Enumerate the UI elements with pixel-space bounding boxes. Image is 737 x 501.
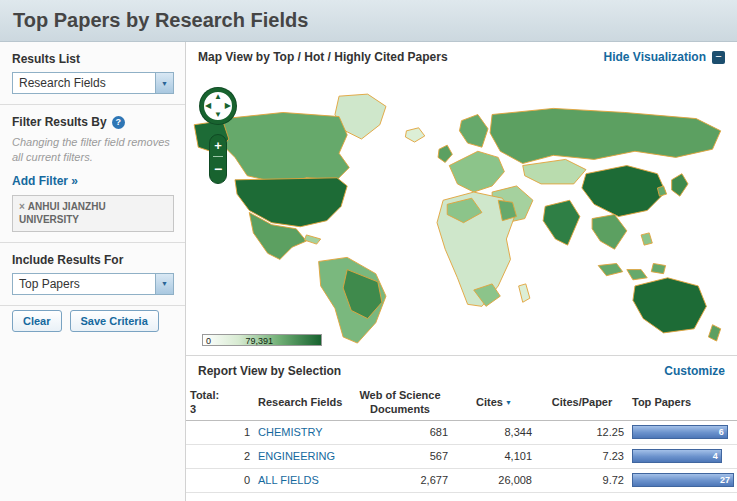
- row-cites-per-paper: 7.23: [536, 444, 628, 468]
- country-region: [304, 235, 320, 244]
- field-link[interactable]: ENGINEERING: [258, 450, 335, 462]
- country-region: [582, 166, 666, 217]
- results-list-label: Results List: [12, 52, 173, 66]
- country-region: [657, 186, 666, 196]
- remove-filter-icon[interactable]: ×: [19, 201, 25, 212]
- row-docs: 681: [348, 420, 452, 444]
- column-header-cites-per-paper[interactable]: Cites/Paper: [536, 386, 628, 420]
- filter-note: Changing the filter field removes all cu…: [12, 135, 173, 165]
- main-panel: Map View by Top / Hot / Highly Cited Pap…: [186, 42, 737, 501]
- help-icon[interactable]: ?: [112, 116, 125, 129]
- column-header-wos-documents[interactable]: Web of Science Documents: [348, 386, 452, 420]
- total-header: Total: 3: [186, 386, 254, 420]
- chevron-down-icon: ▼: [155, 274, 173, 294]
- customize-link[interactable]: Customize: [664, 364, 725, 378]
- include-results-select[interactable]: Top Papers ▼: [12, 273, 174, 295]
- country-region: [641, 233, 652, 245]
- table-row: 2 ENGINEERING 567 4,101 7.23 4: [186, 444, 737, 468]
- include-results-section: Include Results For Top Papers ▼: [0, 243, 185, 306]
- scale-min-label: 0: [206, 335, 211, 347]
- collapse-minus-icon[interactable]: −: [712, 51, 725, 64]
- world-map[interactable]: ▲ ▼ ◀ ▶ + − 0 79,391: [186, 72, 737, 356]
- add-filter-link[interactable]: Add Filter »: [12, 174, 78, 188]
- filter-chip-label: ANHUI JIANZHU UNIVERSITY: [19, 201, 106, 226]
- country-region: [490, 108, 721, 163]
- pan-right-icon[interactable]: ▶: [225, 102, 231, 110]
- content: Results List Research Fields ▼ Filter Re…: [0, 42, 737, 501]
- field-link[interactable]: CHEMISTRY: [258, 426, 323, 438]
- row-field: CHEMISTRY: [254, 420, 348, 444]
- row-field: ENGINEERING: [254, 444, 348, 468]
- chevron-down-icon: ▼: [155, 73, 173, 93]
- include-results-label: Include Results For: [12, 253, 173, 267]
- pan-left-icon[interactable]: ◀: [205, 102, 211, 110]
- report-panel-header: Report View by Selection Customize: [186, 356, 737, 386]
- row-rank: 0: [186, 468, 254, 492]
- country-region: [627, 270, 647, 280]
- world-map-svg: [186, 72, 737, 355]
- page: Top Papers by Research Fields Results Li…: [0, 0, 737, 501]
- page-title: Top Papers by Research Fields: [13, 9, 308, 32]
- country-region: [405, 128, 424, 142]
- country-region: [592, 215, 627, 250]
- table-header-row: Total: 3 Research Fields Web of Science …: [186, 386, 737, 420]
- map-countries: [194, 94, 721, 343]
- table-row: 1 CHEMISTRY 681 8,344 12.25 6: [186, 420, 737, 444]
- map-title: Map View by Top / Hot / Highly Cited Pap…: [198, 50, 448, 64]
- country-region: [651, 263, 665, 273]
- country-region: [519, 284, 530, 302]
- top-papers-bar: 6: [632, 425, 728, 439]
- country-region: [708, 325, 720, 341]
- map-color-scale: 0 79,391: [202, 334, 322, 346]
- row-field: ALL FIELDS: [254, 468, 348, 492]
- criteria-buttons: Clear Save Criteria: [0, 306, 185, 342]
- pan-up-icon[interactable]: ▲: [214, 93, 222, 101]
- column-header-research-fields[interactable]: Research Fields: [254, 386, 348, 420]
- row-rank: 1: [186, 420, 254, 444]
- row-top-papers: 4: [628, 444, 737, 468]
- country-region: [217, 112, 350, 183]
- clear-button[interactable]: Clear: [12, 310, 62, 332]
- top-papers-bar: 4: [632, 449, 722, 463]
- field-link[interactable]: ALL FIELDS: [258, 474, 319, 486]
- country-region: [438, 145, 452, 162]
- row-cites-per-paper: 9.72: [536, 468, 628, 492]
- column-header-cites[interactable]: Cites▼: [452, 386, 536, 420]
- active-filters-box: ×ANHUI JIANZHU UNIVERSITY: [12, 195, 174, 232]
- table-row: 0 ALL FIELDS 2,677 26,008 9.72 27: [186, 468, 737, 492]
- results-list-section: Results List Research Fields ▼: [0, 42, 185, 105]
- pan-down-icon[interactable]: ▼: [214, 111, 222, 119]
- save-criteria-button[interactable]: Save Criteria: [70, 310, 159, 332]
- row-docs: 2,677: [348, 468, 452, 492]
- row-rank: 2: [186, 444, 254, 468]
- results-list-select[interactable]: Research Fields ▼: [12, 72, 174, 94]
- row-top-papers: 6: [628, 420, 737, 444]
- map-pan-control[interactable]: ▲ ▼ ◀ ▶: [200, 88, 236, 124]
- filter-section: Filter Results By ? Changing the filter …: [0, 105, 185, 243]
- map-panel-header: Map View by Top / Hot / Highly Cited Pap…: [186, 42, 737, 72]
- zoom-out-icon[interactable]: −: [210, 157, 226, 181]
- page-header: Top Papers by Research Fields: [0, 0, 737, 42]
- country-region: [459, 115, 488, 148]
- hide-visualization-link[interactable]: Hide Visualization: [604, 50, 706, 64]
- row-docs: 567: [348, 444, 452, 468]
- country-region: [633, 278, 706, 333]
- results-list-value: Research Fields: [13, 76, 155, 90]
- country-region: [672, 174, 688, 196]
- zoom-in-icon[interactable]: +: [210, 135, 226, 156]
- row-cites: 26,008: [452, 468, 536, 492]
- country-region: [543, 200, 580, 245]
- country-region: [449, 151, 504, 192]
- map-zoom-control[interactable]: + −: [209, 134, 227, 184]
- report-table: Total: 3 Research Fields Web of Science …: [186, 386, 737, 493]
- scale-max-label: 79,391: [245, 335, 273, 347]
- column-header-top-papers[interactable]: Top Papers: [628, 386, 737, 420]
- row-top-papers: 27: [628, 468, 737, 492]
- sidebar: Results List Research Fields ▼ Filter Re…: [0, 42, 186, 501]
- row-cites: 8,344: [452, 420, 536, 444]
- report-title: Report View by Selection: [198, 364, 341, 378]
- include-results-value: Top Papers: [13, 277, 155, 291]
- filter-by-label: Filter Results By: [12, 115, 107, 129]
- top-papers-bar: 27: [632, 473, 734, 487]
- country-region: [523, 159, 586, 183]
